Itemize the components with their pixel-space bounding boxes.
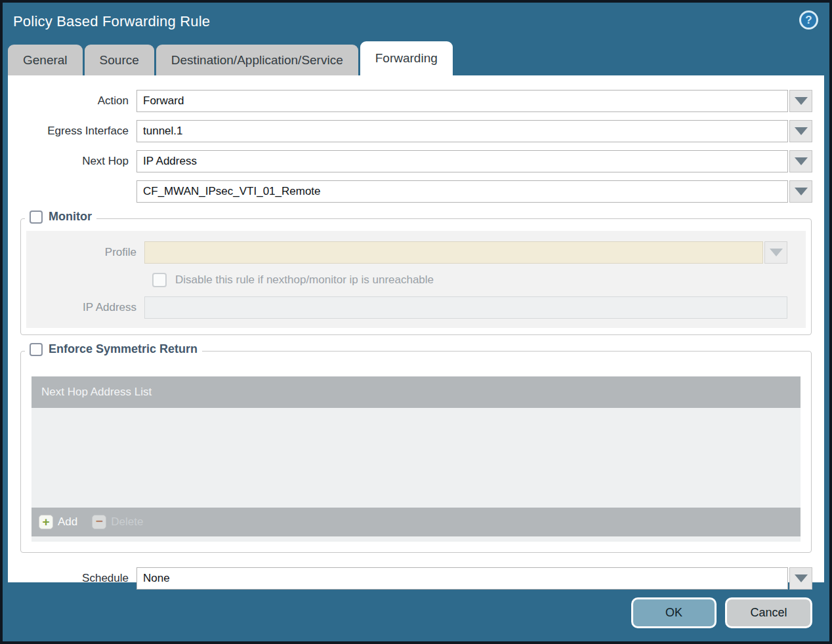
monitor-legend-label: Monitor <box>49 210 92 224</box>
enforce-symmetric-return-legend: Enforce Symmetric Return <box>25 342 202 356</box>
next-hop-type-select[interactable]: IP Address <box>136 150 788 172</box>
disable-rule-row: Disable this rule if nexthop/monitor ip … <box>152 273 806 287</box>
table-toolbar: + Add − Delete <box>31 508 801 536</box>
tab-general[interactable]: General <box>8 45 83 75</box>
dialog-footer: OK Cancel <box>631 597 812 628</box>
tab-general-label: General <box>23 53 68 68</box>
schedule-dropdown-button[interactable] <box>789 567 812 590</box>
add-button-label: Add <box>58 515 77 529</box>
disable-rule-label: Disable this rule if nexthop/monitor ip … <box>175 273 434 287</box>
table-bottom-strip <box>31 536 801 542</box>
monitor-ip-address-label: IP Address <box>26 301 144 314</box>
enforce-symmetric-return-legend-label: Enforce Symmetric Return <box>49 342 198 356</box>
dialog-titlebar: Policy Based Forwarding Rule <box>3 3 829 41</box>
enforce-symmetric-return-fieldset: Enforce Symmetric Return Next Hop Addres… <box>20 351 812 553</box>
next-hop-address-list-header-label: Next Hop Address List <box>41 386 152 399</box>
chevron-down-icon <box>795 127 808 135</box>
profile-dropdown-button[interactable] <box>764 241 787 264</box>
monitor-legend: Monitor <box>25 210 96 224</box>
monitor-fieldset: Monitor Profile Disable this rule if nex… <box>20 218 812 335</box>
schedule-label: Schedule <box>8 572 136 585</box>
tab-forwarding[interactable]: Forwarding <box>360 41 453 75</box>
egress-interface-dropdown-button[interactable] <box>789 120 812 142</box>
monitor-checkbox[interactable] <box>30 211 43 224</box>
tab-content-forwarding: Action Forward Egress Interface tunnel.1… <box>8 75 824 582</box>
action-dropdown-button[interactable] <box>789 90 812 112</box>
chevron-down-icon <box>795 157 808 165</box>
chevron-down-icon <box>770 249 783 256</box>
delete-button-label: Delete <box>111 515 143 529</box>
chevron-down-icon <box>795 188 808 195</box>
next-hop-address-list-header: Next Hop Address List <box>31 376 801 408</box>
disable-rule-checkbox[interactable] <box>152 273 167 287</box>
next-hop-address-list-table: Next Hop Address List + Add − Delete <box>31 376 801 542</box>
cancel-button[interactable]: Cancel <box>725 597 812 628</box>
profile-row: Profile <box>26 241 787 264</box>
help-glyph: ? <box>805 14 812 27</box>
action-label: Action <box>8 94 136 108</box>
chevron-down-icon <box>795 574 808 582</box>
plus-icon: + <box>39 515 53 529</box>
add-button[interactable]: + Add <box>39 515 77 529</box>
tab-forwarding-label: Forwarding <box>375 51 438 66</box>
next-hop-address-dropdown-button[interactable] <box>789 180 812 203</box>
minus-icon: − <box>92 515 106 529</box>
action-select[interactable]: Forward <box>136 90 788 112</box>
profile-label: Profile <box>26 246 144 259</box>
egress-interface-label: Egress Interface <box>8 125 136 138</box>
dialog-title: Policy Based Forwarding Rule <box>13 13 210 30</box>
next-hop-row: Next Hop IP Address <box>8 150 812 172</box>
action-row: Action Forward <box>8 90 812 112</box>
egress-interface-select[interactable]: tunnel.1 <box>136 120 788 142</box>
profile-select[interactable] <box>144 241 763 264</box>
next-hop-address-list-body[interactable] <box>31 408 801 508</box>
tab-source-label: Source <box>100 53 139 68</box>
schedule-row: Schedule None <box>8 567 812 590</box>
schedule-select[interactable]: None <box>136 567 788 590</box>
tab-bar: General Source Destination/Application/S… <box>3 41 829 75</box>
tab-destination-application-service[interactable]: Destination/Application/Service <box>156 45 358 75</box>
chevron-down-icon <box>795 97 808 105</box>
tab-source[interactable]: Source <box>85 45 154 75</box>
monitor-panel: Profile Disable this rule if nexthop/mon… <box>26 231 806 328</box>
monitor-ip-address-input[interactable] <box>144 296 787 319</box>
tab-destination-label: Destination/Application/Service <box>171 53 343 68</box>
ok-button[interactable]: OK <box>631 597 717 628</box>
monitor-ip-address-row: IP Address <box>26 296 787 319</box>
egress-interface-row: Egress Interface tunnel.1 <box>8 120 812 142</box>
next-hop-type-dropdown-button[interactable] <box>789 150 812 172</box>
enforce-symmetric-return-checkbox[interactable] <box>30 343 43 356</box>
help-icon[interactable]: ? <box>799 10 818 30</box>
next-hop-label: Next Hop <box>8 155 136 168</box>
next-hop-address-row: CF_MWAN_IPsec_VTI_01_Remote <box>8 180 812 203</box>
next-hop-address-select[interactable]: CF_MWAN_IPsec_VTI_01_Remote <box>136 180 788 203</box>
delete-button[interactable]: − Delete <box>92 515 143 529</box>
policy-based-forwarding-dialog: Policy Based Forwarding Rule ? General S… <box>0 0 832 644</box>
